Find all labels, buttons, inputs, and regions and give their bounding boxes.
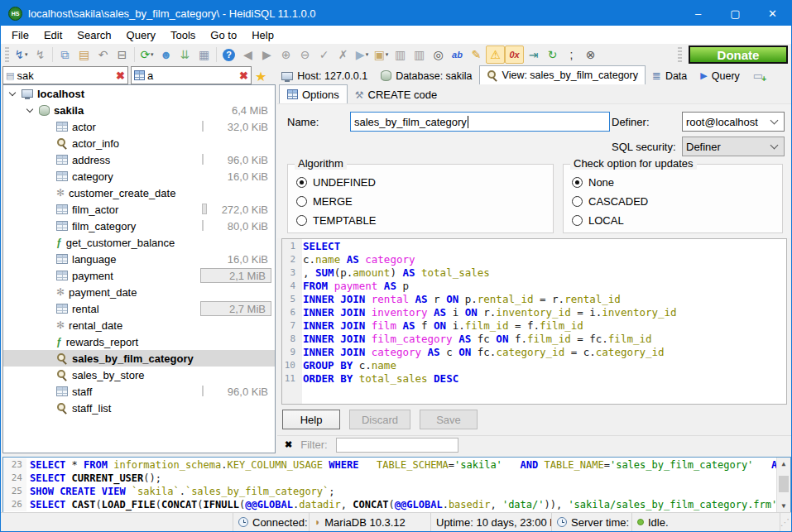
help-button[interactable]: ? — [219, 46, 238, 64]
donate-button[interactable]: Donate — [689, 46, 788, 64]
view-name-input[interactable]: sales_by_film_category — [350, 112, 610, 132]
first-record-button[interactable]: ◀ — [238, 46, 257, 64]
save-sql-button[interactable]: ▥ — [391, 46, 410, 64]
delete-record-button[interactable]: ⊖ — [295, 46, 314, 64]
insert-record-button[interactable]: ⊕ — [276, 46, 295, 64]
scrollbar-thumb[interactable] — [779, 476, 789, 492]
menu-go-to[interactable]: Go to — [203, 27, 244, 43]
menu-file[interactable]: File — [4, 27, 36, 43]
replace-text-button[interactable]: ab — [448, 46, 467, 64]
next-result-button[interactable]: ⇥ — [524, 46, 543, 64]
code-line[interactable]: 9INNER JOIN category AS c ON fc.category… — [282, 346, 786, 359]
clear-table-filter-icon[interactable]: ✖ — [239, 69, 248, 82]
tab-data[interactable]: ≣Data — [646, 67, 694, 84]
paste-button[interactable]: ▤ — [74, 46, 94, 64]
post-changes-button[interactable]: ✓ — [314, 46, 334, 64]
menu-edit[interactable]: Edit — [36, 27, 70, 43]
chevron-down-icon[interactable] — [26, 106, 33, 113]
sql-log-panel[interactable]: 23SELECT * FROM information_schema.KEY_C… — [2, 457, 791, 513]
filter-input[interactable] — [336, 438, 458, 453]
close-filter-icon[interactable]: ✖ — [285, 439, 292, 450]
menu-search[interactable]: Search — [70, 27, 118, 43]
maximize-button[interactable]: ▢ — [717, 1, 754, 26]
tab-query[interactable]: ▶Query — [694, 67, 746, 84]
tree-item-film-category[interactable]: film_category80,0 KiB — [3, 218, 275, 234]
code-line[interactable]: 8INNER JOIN film_category AS fc ON f.fil… — [282, 333, 786, 346]
table-filter-input[interactable] — [147, 69, 237, 82]
donate-toolbar-grip[interactable] — [678, 47, 682, 62]
code-line[interactable]: 4FROM payment AS p — [282, 280, 786, 293]
stop-button[interactable]: ⊗ — [581, 46, 600, 64]
subtab-options[interactable]: Options — [279, 84, 348, 103]
favorites-filter-icon[interactable]: ★ — [255, 69, 266, 84]
view-body-sql-editor[interactable]: 1SELECT2c.name AS category3, SUM(p.amoun… — [281, 238, 787, 405]
tab-database-sakila[interactable]: Database: sakila — [374, 67, 478, 84]
help-button[interactable]: Help — [282, 410, 340, 429]
code-line[interactable]: 11ORDER BY total_sales DESC — [282, 372, 786, 386]
tree-item-film-actor[interactable]: film_actor272,0 KiB — [3, 201, 275, 218]
tree-item-actor[interactable]: actor32,0 KiB — [3, 118, 275, 135]
close-button[interactable]: ✕ — [754, 1, 791, 26]
database-filter-input[interactable] — [17, 69, 113, 82]
code-line[interactable]: 2c.name AS category — [282, 253, 786, 266]
menu-query[interactable]: Query — [119, 27, 163, 43]
session-manager-button[interactable]: ↯▾ — [12, 46, 31, 64]
tree-item-rental[interactable]: rental2,7 MiB — [3, 300, 275, 317]
menu-help[interactable]: Help — [244, 27, 281, 43]
tree-item-sakila[interactable]: sakila6,4 MiB — [3, 102, 275, 118]
radio-option-none[interactable]: None — [572, 173, 777, 192]
radio-icon[interactable] — [296, 196, 307, 207]
radio-option-temptable[interactable]: TEMPTABLE — [296, 211, 548, 230]
cancel-editing-button[interactable]: ✗ — [334, 46, 353, 64]
tree-item-address[interactable]: address96,0 KiB — [3, 151, 275, 168]
tree-item-payment[interactable]: payment2,1 MiB — [3, 267, 275, 284]
load-sql-file-button[interactable]: ▣▾ — [372, 46, 391, 64]
definer-combobox[interactable]: root@localhost — [682, 112, 785, 132]
code-line[interactable]: 3, SUM(p.amount) AS total_sales — [282, 266, 786, 280]
radio-icon[interactable] — [572, 215, 583, 226]
code-line[interactable]: 7INNER JOIN film AS f ON i.film_id = f.f… — [282, 319, 786, 333]
last-record-button[interactable]: ▶ — [257, 46, 276, 64]
tree-item-staff[interactable]: staff96,0 KiB — [3, 383, 275, 400]
copy-button[interactable]: ⧉ — [55, 46, 74, 64]
radio-icon[interactable] — [572, 177, 583, 188]
radio-icon[interactable] — [572, 196, 583, 207]
radio-icon[interactable] — [296, 177, 307, 188]
minimize-button[interactable]: – — [679, 1, 717, 26]
tree-item-category[interactable]: category16,0 KiB — [3, 168, 275, 185]
tab-newtab[interactable]: ▭ — [746, 67, 770, 84]
tree-item-localhost[interactable]: localhost — [3, 85, 275, 102]
chevron-down-icon[interactable] — [9, 89, 16, 96]
find-text-button[interactable]: ◎ — [429, 46, 448, 64]
resize-grip-icon[interactable]: ⋰ — [780, 517, 791, 528]
code-line[interactable]: 26SELECT CAST(LOAD_FILE(CONCAT(IFNULL(@@… — [3, 498, 790, 511]
execute-sql-button[interactable]: ▶▾ — [353, 46, 372, 64]
bind-parameters-button[interactable]: ⚠ — [486, 46, 505, 64]
tree-item-sales-by-film-category[interactable]: sales_by_film_category — [3, 350, 275, 367]
tab-host-127-0-0-1[interactable]: Host: 127.0.0.1 — [275, 67, 374, 84]
sql-security-combobox[interactable]: Definer — [682, 137, 785, 156]
log-scrollbar[interactable]: ▲ ▼ — [776, 458, 790, 512]
tree-item-customer-create-date[interactable]: ✻customer_create_date — [3, 185, 275, 201]
tree-item-sales-by-store[interactable]: sales_by_store — [3, 367, 275, 383]
reformat-sql-button[interactable]: ✎ — [467, 46, 486, 64]
undo-button[interactable]: ↶ — [94, 46, 113, 64]
save-sql-as-button[interactable]: ▥ — [410, 46, 429, 64]
user-manager-button[interactable]: ☻ — [156, 46, 175, 64]
tree-item-rewards-report[interactable]: ƒrewards_report — [3, 333, 275, 350]
tree-item-get-customer-balance[interactable]: ƒget_customer_balance — [3, 234, 275, 251]
hex-view-toggle-button[interactable]: 0x — [505, 46, 524, 64]
scroll-down-icon[interactable]: ▼ — [777, 500, 790, 512]
radio-option-cascaded[interactable]: CASCADED — [572, 192, 777, 211]
radio-option-undefined[interactable]: UNDEFINED — [296, 173, 548, 192]
scroll-up-icon[interactable]: ▲ — [777, 458, 790, 470]
code-line[interactable]: 24SELECT CURRENT_USER(); — [3, 472, 790, 485]
toolbar-grip[interactable] — [5, 47, 9, 62]
tree-item-language[interactable]: language16,0 KiB — [3, 251, 275, 267]
menu-tools[interactable]: Tools — [163, 27, 203, 43]
tab-view-sales-by-film-category[interactable]: View: sales_by_film_category — [479, 65, 646, 84]
tree-item-staff-list[interactable]: staff_list — [3, 400, 275, 416]
tree-item-payment-date[interactable]: ✻payment_date — [3, 284, 275, 300]
code-line[interactable]: 25SHOW CREATE VIEW `sakila`.`sales_by_fi… — [3, 485, 790, 498]
code-line[interactable]: 23SELECT * FROM information_schema.KEY_C… — [3, 458, 790, 472]
